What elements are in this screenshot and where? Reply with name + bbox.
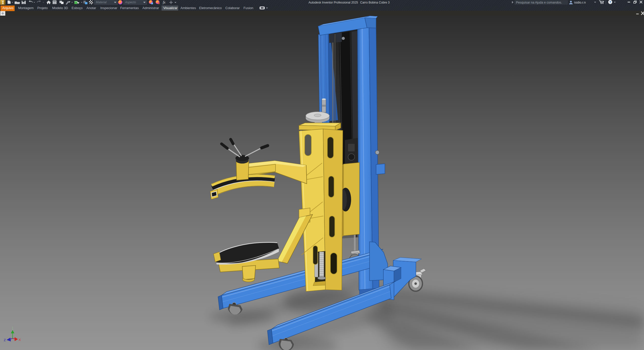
svg-text:Material: Material — [96, 1, 107, 4]
svg-text:Z: Z — [4, 338, 6, 342]
svg-text:?: ? — [609, 0, 611, 4]
svg-text:Aspecto: Aspecto — [125, 1, 136, 4]
svg-text:fx: fx — [163, 1, 166, 4]
svg-text:Pesquisar na Ajuda e comandos.: Pesquisar na Ajuda e comandos. — [516, 1, 562, 4]
svg-text:isidio.r.n: isidio.r.n — [574, 1, 586, 4]
svg-text:X: X — [19, 338, 21, 342]
